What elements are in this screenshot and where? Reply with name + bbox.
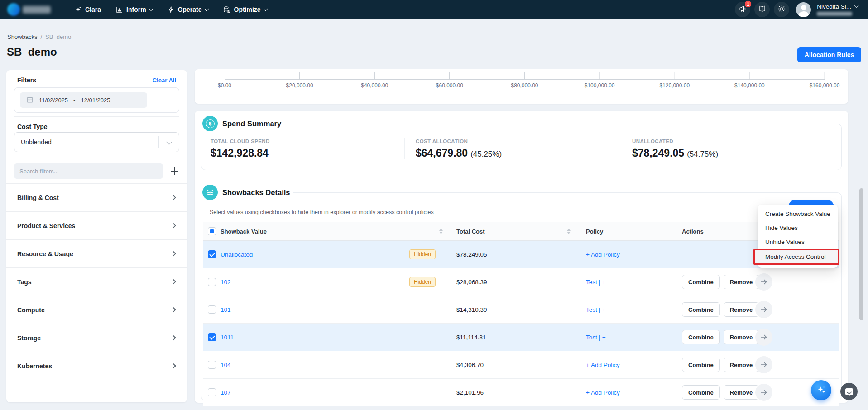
total-cost-cell: $11,114.31 bbox=[449, 334, 577, 341]
showback-value-cell: 1011 bbox=[221, 334, 449, 341]
breadcrumb: Showbacks/SB_demo bbox=[7, 33, 71, 40]
filter-category-row[interactable]: Compute bbox=[6, 296, 187, 324]
axis-tick: $80,000.00 bbox=[511, 72, 538, 89]
total-cost-cell: $14,310.39 bbox=[449, 306, 577, 313]
user-menu[interactable]: Nivedita Si... bbox=[817, 3, 858, 16]
menu-item-unhide-values[interactable]: Unhide Values bbox=[758, 235, 838, 249]
breadcrumb-separator: / bbox=[40, 33, 42, 40]
row-actions-cell: Combine Remove bbox=[675, 273, 839, 291]
filter-category-label: Resource & Usage bbox=[17, 250, 73, 257]
nav-item-optimize[interactable]: Optimize bbox=[223, 0, 267, 19]
showback-value-cell: 102 Hidden bbox=[221, 277, 449, 287]
search-filters-input[interactable] bbox=[14, 163, 163, 179]
policy-link[interactable]: Test | + bbox=[586, 334, 606, 341]
nav-item-clara[interactable]: Clara bbox=[74, 0, 101, 19]
date-range-input[interactable]: 11/02/2025 - 12/01/2025 bbox=[20, 92, 147, 108]
showback-value-link[interactable]: 101 bbox=[221, 306, 231, 313]
total-cost-value: $4,306.70 bbox=[456, 362, 484, 368]
remove-button[interactable]: Remove bbox=[724, 275, 759, 289]
table-row: Unallocated Hidden $78,249.05 + Add Poli… bbox=[203, 241, 839, 268]
row-checkbox[interactable] bbox=[208, 278, 216, 286]
column-header-showback-value[interactable]: Showback Value bbox=[221, 228, 267, 235]
showbacks-details-title: Showbacks Details bbox=[222, 188, 290, 197]
select-all-checkbox[interactable] bbox=[208, 227, 216, 235]
row-details-arrow-button[interactable] bbox=[755, 273, 772, 291]
menu-item-hide-values[interactable]: Hide Values bbox=[758, 221, 838, 235]
vertical-scrollbar-thumb[interactable] bbox=[859, 188, 863, 320]
axis-tick: $120,000.00 bbox=[659, 72, 690, 89]
showback-value-link[interactable]: Unallocated bbox=[221, 251, 253, 258]
showback-value-link[interactable]: 102 bbox=[221, 279, 231, 286]
axis-tick-mark bbox=[524, 72, 525, 80]
breadcrumb-root[interactable]: Showbacks bbox=[7, 33, 37, 40]
brand-logo[interactable] bbox=[7, 3, 51, 16]
row-details-arrow-button[interactable] bbox=[755, 384, 772, 401]
sort-control[interactable] bbox=[567, 229, 571, 234]
page-title: SB_demo bbox=[7, 46, 57, 58]
combine-button[interactable]: Combine bbox=[682, 275, 720, 289]
stat-label: COST ALLOCATION bbox=[416, 138, 621, 144]
remove-button[interactable]: Remove bbox=[724, 358, 759, 372]
date-separator: - bbox=[73, 97, 75, 104]
row-checkbox[interactable] bbox=[208, 388, 216, 396]
nav-item-label: Operate bbox=[178, 6, 202, 13]
announcements-button[interactable]: 1 bbox=[735, 2, 750, 17]
nav-item-inform[interactable]: Inform bbox=[115, 0, 153, 19]
menu-item-modify-access-control[interactable]: Modify Access Control bbox=[753, 249, 839, 265]
policy-link[interactable]: + Add Policy bbox=[586, 362, 620, 368]
remove-button[interactable]: Remove bbox=[724, 302, 759, 317]
chevron-down-icon bbox=[263, 6, 268, 11]
filter-category-row[interactable]: Resource & Usage bbox=[6, 240, 187, 268]
axis-tick-label: $120,000.00 bbox=[659, 82, 690, 89]
ai-assistant-fab[interactable] bbox=[811, 380, 831, 400]
axis-tick-label: $80,000.00 bbox=[511, 82, 538, 89]
cost-type-select[interactable]: Unblended bbox=[14, 132, 179, 152]
policy-cell: + Add Policy bbox=[577, 250, 675, 258]
combine-button[interactable]: Combine bbox=[682, 330, 720, 344]
column-header-total-cost[interactable]: Total Cost bbox=[456, 228, 485, 235]
chevron-right-icon bbox=[170, 251, 176, 257]
docs-button[interactable] bbox=[754, 2, 770, 17]
add-filter-button[interactable] bbox=[169, 166, 179, 176]
avatar[interactable] bbox=[796, 2, 811, 17]
sort-control[interactable] bbox=[439, 229, 443, 234]
remove-button[interactable]: Remove bbox=[724, 385, 759, 400]
axis-tick: $40,000.00 bbox=[361, 72, 388, 89]
row-checkbox[interactable] bbox=[208, 250, 216, 258]
row-details-arrow-button[interactable] bbox=[755, 301, 772, 318]
nav-item-operate[interactable]: Operate bbox=[167, 0, 208, 19]
filter-category-row[interactable]: Billing & Cost bbox=[6, 184, 187, 212]
date-range-wrapper: 11/02/2025 - 12/01/2025 bbox=[14, 87, 179, 113]
showback-value-link[interactable]: 1011 bbox=[221, 334, 234, 341]
policy-link[interactable]: + Add Policy bbox=[586, 389, 620, 396]
book-icon bbox=[758, 5, 767, 15]
axis-tick-label: $100,000.00 bbox=[585, 82, 615, 89]
policy-link[interactable]: + Add Policy bbox=[586, 251, 620, 258]
showback-value-link[interactable]: 104 bbox=[221, 362, 231, 368]
combine-button[interactable]: Combine bbox=[682, 385, 720, 400]
policy-link[interactable]: Test | + bbox=[586, 279, 606, 286]
row-checkbox[interactable] bbox=[208, 361, 216, 369]
filter-category-row[interactable]: Storage bbox=[6, 324, 187, 352]
menu-item-create-showback-value[interactable]: Create Showback Value bbox=[758, 207, 838, 221]
showback-value-link[interactable]: 107 bbox=[221, 389, 231, 396]
row-checkbox[interactable] bbox=[208, 333, 216, 341]
stat-unallocated: UNALLOCATED $78,249.05(54.75%) bbox=[621, 138, 841, 159]
filter-category-row[interactable]: Kubernetes bbox=[6, 352, 187, 380]
policy-link[interactable]: Test | + bbox=[586, 306, 606, 313]
row-details-arrow-button[interactable] bbox=[755, 356, 772, 373]
settings-button[interactable] bbox=[774, 2, 789, 17]
axis-tick-mark bbox=[824, 72, 825, 80]
clear-all-link[interactable]: Clear All bbox=[153, 77, 176, 84]
logo-text-blurred bbox=[23, 6, 51, 14]
remove-button[interactable]: Remove bbox=[724, 330, 759, 344]
filter-category-row[interactable]: Tags bbox=[6, 268, 187, 296]
combine-button[interactable]: Combine bbox=[682, 358, 720, 372]
combine-button[interactable]: Combine bbox=[682, 302, 720, 317]
row-checkbox[interactable] bbox=[208, 305, 216, 314]
filter-category-label: Storage bbox=[17, 334, 41, 342]
row-details-arrow-button[interactable] bbox=[755, 329, 772, 346]
allocation-rules-button[interactable]: Allocation Rules bbox=[797, 47, 861, 62]
chat-widget-fab[interactable] bbox=[840, 383, 858, 400]
filter-category-row[interactable]: Product & Services bbox=[6, 212, 187, 240]
